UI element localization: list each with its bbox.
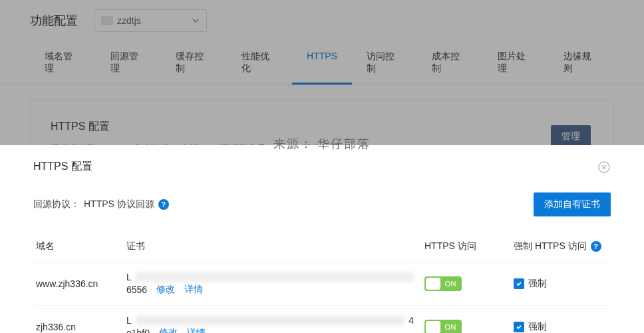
section-title: HTTPS 配置 (51, 120, 593, 134)
cert-suffix: 6556 (126, 284, 147, 295)
cert-redacted (136, 272, 414, 282)
watermark-text: 来源： 华仔部落 (273, 136, 371, 152)
domain-cell: www.zjh336.cn (33, 278, 126, 289)
project-dropdown[interactable]: zzdtjs (94, 9, 207, 32)
cert-table: 域名 证书 HTTPS 访问 强制 HTTPS 访问 ? www.zjh336.… (33, 231, 611, 333)
help-icon[interactable]: ? (158, 199, 169, 210)
cert-suffix-pre: 4 (408, 315, 414, 326)
modal-title: HTTPS 配置 (33, 160, 92, 174)
tab-成本控制[interactable]: 成本控制 (417, 41, 483, 84)
tab-边缘规则[interactable]: 边缘规则 (549, 41, 615, 84)
modify-link[interactable]: 修改 (159, 327, 178, 333)
col-access: HTTPS 访问 (424, 240, 504, 252)
page-title: 功能配置 (30, 13, 78, 29)
https-access-toggle[interactable]: ON (424, 320, 462, 333)
force-label: 强制 (528, 321, 547, 333)
force-label: 强制 (528, 278, 547, 290)
col-cert: 证书 (126, 240, 424, 252)
detail-link[interactable]: 详情 (184, 284, 203, 296)
placeholder-icon (101, 16, 113, 25)
table-header: 域名 证书 HTTPS 访问 强制 HTTPS 访问 ? (33, 231, 611, 262)
project-dropdown-value: zzdtjs (117, 15, 141, 26)
col-force: 强制 HTTPS 访问 ? (504, 240, 611, 252)
tab-域名管理[interactable]: 域名管理 (30, 41, 96, 84)
cert-prefix: L (126, 272, 132, 282)
protocol-label: 回源协议： (33, 198, 80, 210)
force-checkbox[interactable] (514, 322, 524, 332)
tabs: 域名管理回源管理缓存控制性能优化HTTPS访问控制成本控制图片处理边缘规则 (0, 41, 644, 85)
https-access-toggle[interactable]: ON (424, 276, 462, 291)
close-icon[interactable] (597, 161, 611, 174)
tab-回源管理[interactable]: 回源管理 (96, 41, 162, 84)
tab-访问控制[interactable]: 访问控制 (352, 41, 418, 84)
table-row: zjh336.cn L 4 e1bf0 修改 详情 (33, 306, 611, 333)
protocol-value: HTTPS 协议回源 (84, 198, 154, 210)
manage-button[interactable]: 管理 (551, 125, 591, 148)
domain-cell: zjh336.cn (33, 322, 126, 332)
help-icon[interactable]: ? (591, 241, 601, 252)
table-row: www.zjh336.cn L 6556 修改 详情 (33, 262, 611, 306)
force-checkbox[interactable] (514, 278, 524, 289)
cert-second: e1bf0 (126, 328, 150, 333)
tab-图片处理[interactable]: 图片处理 (483, 41, 549, 84)
detail-link[interactable]: 详情 (187, 327, 206, 333)
modify-link[interactable]: 修改 (156, 284, 175, 296)
tab-HTTPS[interactable]: HTTPS (292, 41, 352, 84)
https-config-panel: 来源： 华仔部落 HTTPS 配置 回源协议： HTTPS 协议回源 ? 添加自… (0, 145, 644, 333)
add-cert-button[interactable]: 添加自有证书 (534, 192, 611, 216)
col-domain: 域名 (33, 240, 126, 252)
tab-性能优化[interactable]: 性能优化 (227, 41, 293, 84)
chevron-down-icon (192, 17, 200, 25)
cert-redacted (136, 316, 404, 325)
tab-缓存控制[interactable]: 缓存控制 (161, 41, 227, 84)
cert-prefix: L (126, 315, 132, 326)
